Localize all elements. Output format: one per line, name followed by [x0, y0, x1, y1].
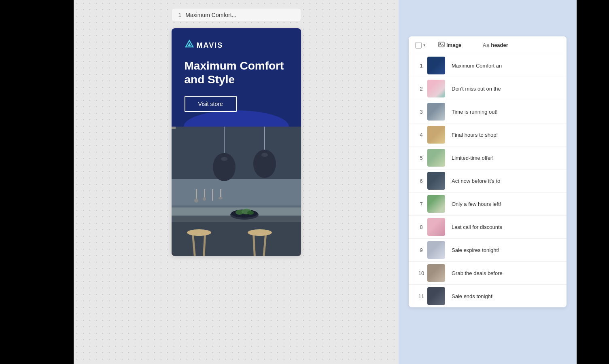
banner-image — [172, 127, 301, 256]
svg-point-20 — [219, 197, 223, 199]
table-row[interactable]: 8 Last call for discounts — [409, 216, 567, 239]
row-header-text: Time is running out! — [452, 109, 498, 115]
row-header-text: Only a few hours left! — [452, 201, 501, 207]
select-all-checkbox[interactable] — [415, 42, 422, 49]
chevron-down-icon[interactable]: ▾ — [423, 43, 425, 47]
banner-top: MAVIS Maximum Comfort and Style Visit st… — [172, 28, 301, 127]
row-header-text: Last call for discounts — [452, 224, 502, 230]
table-row[interactable]: 1 Maximum Comfort an — [409, 54, 567, 77]
right-panel: ▾ image Aa header 1 Maximum Comfo — [399, 0, 577, 364]
row-image-thumb — [427, 126, 445, 144]
left-black-panel — [0, 0, 74, 364]
svg-rect-4 — [172, 205, 301, 207]
svg-rect-15 — [204, 189, 205, 198]
row-number: 6 — [415, 178, 427, 184]
center-panel: 1 Maximum Comfort... MAVIS Maximum Comfo… — [74, 0, 399, 364]
banner-preview: MAVIS Maximum Comfort and Style Visit st… — [172, 28, 301, 256]
table-header: ▾ image Aa header — [409, 36, 567, 54]
table-row[interactable]: 7 Only a few hours left! — [409, 193, 567, 216]
preview-label-row: 1 Maximum Comfort... — [172, 8, 301, 22]
svg-rect-32 — [439, 42, 444, 47]
row-number: 3 — [415, 109, 427, 115]
row-image-thumb — [427, 287, 445, 305]
preview-label-text: Maximum Comfort... — [185, 12, 236, 18]
table-row[interactable]: 2 Don't miss out on the — [409, 77, 567, 100]
mavis-logo: MAVIS — [185, 40, 288, 51]
row-image-thumb — [427, 195, 445, 213]
mavis-logo-icon — [185, 40, 194, 51]
column-image-header: image — [438, 41, 462, 49]
image-column-label: image — [446, 42, 462, 48]
column-header-header: Aa header — [483, 42, 508, 48]
svg-point-14 — [194, 199, 198, 203]
row-image-thumb — [427, 264, 445, 282]
table-row[interactable]: 10 Grab the deals before — [409, 262, 567, 285]
row-image-thumb — [427, 149, 445, 167]
row-number: 8 — [415, 224, 427, 230]
svg-rect-19 — [220, 189, 221, 197]
svg-rect-13 — [196, 189, 197, 199]
row-header-text: Sale expires tonight! — [452, 247, 499, 253]
svg-rect-12 — [172, 222, 301, 256]
text-column-icon: Aa — [483, 42, 490, 48]
svg-point-28 — [187, 229, 211, 236]
row-header-text: Don't miss out on the — [452, 86, 501, 92]
row-header-text: Sale ends tonight! — [452, 293, 494, 299]
table-row[interactable]: 9 Sale expires tonight! — [409, 239, 567, 262]
row-number: 1 — [415, 63, 427, 69]
checkbox-area[interactable]: ▾ — [415, 42, 425, 49]
row-number: 11 — [415, 293, 427, 299]
row-number: 10 — [415, 270, 427, 276]
row-number: 9 — [415, 247, 427, 253]
table-row[interactable]: 4 Final hours to shop! — [409, 123, 567, 146]
row-header-text: Limited-time offer! — [452, 155, 494, 161]
row-header-text: Grab the deals before — [452, 270, 503, 276]
table-row[interactable]: 3 Time is running out! — [409, 100, 567, 123]
row-image-thumb — [427, 172, 445, 190]
table-row[interactable]: 5 Limited-time offer! — [409, 146, 567, 169]
mavis-logo-text: MAVIS — [197, 41, 223, 50]
row-header-text: Act now before it's to — [452, 178, 500, 184]
table-body: 1 Maximum Comfort an 2 Don't miss out on… — [409, 54, 567, 307]
svg-rect-18 — [172, 127, 176, 129]
table-row[interactable]: 6 Act now before it's to — [409, 169, 567, 193]
row-image-thumb — [427, 218, 445, 236]
svg-point-33 — [440, 43, 441, 44]
svg-point-16 — [203, 197, 206, 201]
preview-number: 1 — [178, 12, 182, 18]
row-image-thumb — [427, 80, 445, 97]
svg-point-31 — [248, 229, 272, 236]
row-number: 5 — [415, 155, 427, 161]
row-image-thumb — [427, 57, 445, 74]
row-image-thumb — [427, 241, 445, 259]
table-container: ▾ image Aa header 1 Maximum Comfo — [409, 36, 567, 307]
right-black-panel — [577, 0, 609, 364]
svg-point-7 — [221, 157, 227, 161]
row-number: 7 — [415, 201, 427, 207]
row-header-text: Final hours to shop! — [452, 132, 498, 138]
row-number: 2 — [415, 86, 427, 92]
svg-rect-17 — [212, 189, 213, 201]
svg-point-25 — [247, 211, 254, 215]
row-number: 4 — [415, 132, 427, 138]
visit-store-button[interactable]: Visit store — [185, 96, 237, 112]
table-row[interactable]: 11 Sale ends tonight! — [409, 285, 567, 307]
image-column-icon — [438, 41, 445, 49]
banner-headline: Maximum Comfort and Style — [185, 59, 288, 86]
row-header-text: Maximum Comfort an — [452, 63, 502, 69]
row-image-thumb — [427, 103, 445, 121]
header-column-label: header — [491, 42, 508, 48]
svg-point-10 — [261, 153, 268, 157]
